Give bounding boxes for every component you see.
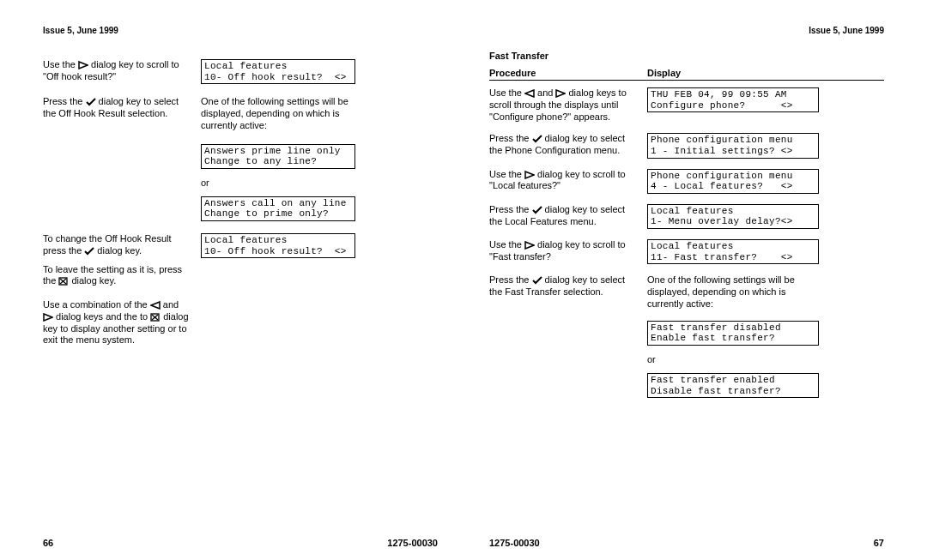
procedure-step: Use the dialog key to scroll to "Off hoo…: [43, 59, 189, 83]
lcd-display: Local features 11- Fast transfer? <>: [647, 239, 819, 264]
triangle-right-icon: [78, 61, 88, 69]
right-footer: 1275-00030 67: [464, 538, 927, 548]
checkmark-icon: [532, 276, 542, 285]
left-header: Issue 5, June 1999: [43, 26, 438, 35]
display-stack: Fast transfer disabled Enable fast trans…: [647, 321, 819, 399]
triangle-right-icon: [43, 313, 53, 322]
triangle-left-icon: [150, 301, 161, 310]
right-doc-number: 1275-00030: [489, 538, 540, 548]
lcd-display: Local features 1- Menu overlay delay?<>: [647, 204, 819, 229]
checkmark-icon: [84, 247, 94, 256]
triangle-right-icon: [524, 241, 535, 250]
triangle-right-icon: [524, 171, 535, 179]
lcd-display: THU FEB 04, 99 09:55 AM Configure phone?…: [647, 87, 819, 112]
column-headers: Procedure Display: [489, 68, 884, 81]
col-display: Display: [647, 68, 819, 78]
procedure-step: Press the dialog key to select the Phone…: [489, 133, 635, 157]
display-note: One of the following settings will be di…: [201, 96, 355, 131]
lcd-display: Answers call on any line Change to prime…: [201, 196, 355, 221]
col-procedure: Procedure: [489, 68, 635, 78]
display-note: One of the following settings will be di…: [647, 274, 819, 310]
lcd-display: Phone configuration menu 1 - Initial set…: [647, 133, 819, 158]
left-footer: 66 1275-00030: [0, 538, 464, 548]
procedure-step: To change the Off Hook Result press the …: [43, 233, 189, 287]
right-grid: Use the and dialog keys to scroll throug…: [489, 87, 884, 398]
triangle-right-icon: [555, 89, 566, 98]
left-doc-number: 1275-00030: [387, 538, 438, 548]
display-stack: Answers prime line only Change to any li…: [201, 144, 355, 222]
lcd-display: Local features 10- Off hook result? <>: [201, 233, 355, 258]
right-page-number: 67: [874, 538, 884, 548]
procedure-step: Press the dialog key to select the Fast …: [489, 274, 635, 298]
procedure-step: Use the and dialog keys to scroll throug…: [489, 87, 635, 123]
or-label: or: [201, 178, 355, 188]
procedure-step: Press the dialog key to select the Off H…: [43, 96, 189, 120]
triangle-left-icon: [524, 89, 535, 98]
lcd-display: Fast transfer disabled Enable fast trans…: [647, 321, 819, 346]
left-page-number: 66: [43, 538, 53, 548]
lcd-display: Answers prime line only Change to any li…: [201, 144, 355, 169]
procedure-step: Press the dialog key to select the Local…: [489, 204, 635, 228]
cancel-box-icon: [58, 277, 69, 286]
lcd-display: Local features 10- Off hook result? <>: [201, 59, 355, 84]
or-label: or: [647, 354, 819, 364]
checkmark-icon: [86, 98, 96, 106]
right-page: Issue 5, June 1999 Fast Transfer Procedu…: [464, 0, 927, 560]
cancel-box-icon: [150, 313, 161, 322]
procedure-step: Use a combination of the and dialog keys…: [43, 299, 189, 346]
procedure-step: Use the dialog key to scroll to "Fast tr…: [489, 239, 635, 263]
procedure-step: Use the dialog key to scroll to "Local f…: [489, 169, 635, 193]
right-header: Issue 5, June 1999: [489, 26, 884, 35]
lcd-display: Phone configuration menu 4 - Local featu…: [647, 169, 819, 194]
checkmark-icon: [532, 206, 542, 214]
checkmark-icon: [532, 135, 542, 143]
left-page: Issue 5, June 1999 Use the dialog key to…: [0, 0, 464, 560]
left-grid: Use the dialog key to scroll to "Off hoo…: [43, 59, 438, 346]
section-title: Fast Transfer: [489, 51, 884, 61]
lcd-display: Fast transfer enabled Disable fast trans…: [647, 373, 819, 398]
